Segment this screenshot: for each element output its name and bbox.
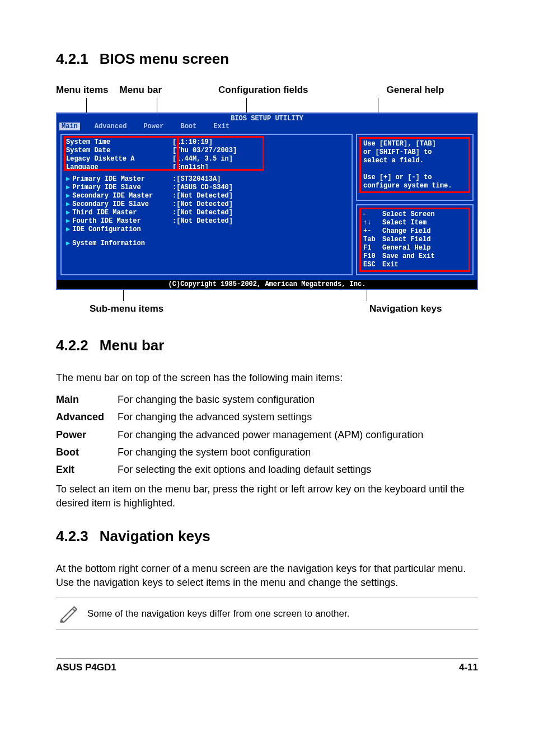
def-term: Main — [56, 393, 118, 407]
def-desc: For changing the advanced system setting… — [118, 410, 478, 424]
nav-desc: Exit — [382, 261, 399, 269]
nav-key: +- — [363, 227, 382, 236]
def-term: Boot — [56, 445, 118, 459]
section-title-text: Navigation keys — [100, 528, 210, 544]
bios-item-label[interactable]: Language — [66, 163, 172, 172]
highlight-general-help: Use [ENTER], [TAB] or [SHIFT-TAB] to sel… — [359, 137, 470, 193]
bios-submenu-item[interactable]: ▶Fourth IDE Master — [66, 217, 172, 226]
bios-submenu-item[interactable]: ▶Secondary IDE Slave — [66, 200, 172, 209]
bios-item-label[interactable]: System Time — [66, 138, 172, 147]
bios-item-label[interactable]: Legacy Diskette A — [66, 155, 172, 163]
note-box: Some of the navigation keys differ from … — [56, 598, 478, 630]
section-title-text: BIOS menu screen — [100, 50, 229, 67]
nav-desc: Select Screen — [382, 210, 435, 219]
bios-item-value[interactable]: [English] — [172, 163, 347, 172]
callout-row-bottom: Sub-menu items Navigation keys — [56, 303, 478, 314]
bios-submenu-item[interactable]: ▶IDE Configuration — [66, 226, 172, 234]
callout-general-help: General help — [353, 84, 478, 96]
bios-item-value: :[Not Detected] — [172, 217, 347, 226]
submenu-arrow-icon: ▶ — [66, 200, 70, 208]
bios-tab-boot[interactable]: Boot — [178, 123, 199, 130]
nav-key: F1 — [363, 244, 382, 252]
page-footer: ASUS P4GD1 4-11 — [56, 658, 478, 673]
section-heading-421: 4.2.1BIOS menu screen — [56, 50, 478, 68]
section-number: 4.2.2 — [56, 337, 88, 354]
bios-submenu-item[interactable]: ▶System Information — [66, 240, 347, 248]
def-desc: For selecting the exit options and loadi… — [118, 463, 478, 477]
bios-submenu-item[interactable]: ▶Third IDE Master — [66, 209, 172, 217]
bios-tab-exit[interactable]: Exit — [211, 123, 232, 130]
nav-key: F10 — [363, 252, 382, 261]
bios-item-value[interactable]: [11:10:19] — [172, 138, 347, 147]
bios-nav-keys: ←Select Screen ↑↓Select Item +-Change Fi… — [363, 210, 466, 269]
bios-menu-bar: Main Advanced Power Boot Exit — [57, 123, 477, 130]
bios-item-value: :[Not Detected] — [172, 200, 347, 209]
bios-submenu-item[interactable]: ▶Primary IDE Master — [66, 175, 172, 184]
section-title-text: Menu bar — [100, 337, 165, 354]
def-desc: For changing the basic system configurat… — [118, 393, 478, 407]
bios-item-value: :[ASUS CD-S340] — [172, 184, 347, 192]
submenu-arrow-icon: ▶ — [66, 209, 70, 217]
bios-submenu-item[interactable]: ▶Primary IDE Slave — [66, 184, 172, 192]
menubar-definitions: MainFor changing the basic system config… — [56, 393, 478, 477]
bios-submenu-item[interactable]: ▶Secondary IDE Master — [66, 192, 172, 200]
leader-lines-top — [56, 98, 478, 112]
def-desc: For changing the advanced power manageme… — [118, 428, 478, 442]
highlight-navigation-keys: ←Select Screen ↑↓Select Item +-Change Fi… — [359, 208, 470, 272]
nav-key: ↑↓ — [363, 219, 382, 227]
submenu-arrow-icon: ▶ — [66, 217, 70, 225]
bios-item-label[interactable]: System Date — [66, 147, 172, 155]
nav-desc: Select Field — [382, 236, 430, 244]
navkeys-paragraph: At the bottom right corner of a menu scr… — [56, 562, 478, 590]
nav-key: Tab — [363, 236, 382, 244]
bios-help-text: Use [ENTER], [TAB] or [SHIFT-TAB] to sel… — [363, 140, 466, 190]
nav-desc: Change Field — [382, 227, 430, 236]
submenu-arrow-icon: ▶ — [66, 240, 70, 247]
nav-key: ESC — [363, 261, 382, 269]
bios-title: BIOS SETUP UTILITY — [57, 114, 477, 123]
pencil-note-icon — [58, 603, 78, 625]
footer-right: 4-11 — [459, 662, 478, 673]
def-term: Advanced — [56, 410, 118, 424]
bios-item-value[interactable]: [Thu 03/27/2003] — [172, 147, 347, 155]
section-heading-423: 4.2.3Navigation keys — [56, 528, 478, 545]
nav-desc: Save and Exit — [382, 252, 435, 261]
footer-left: ASUS P4GD1 — [56, 662, 116, 673]
def-term: Exit — [56, 463, 118, 477]
callout-submenu-items: Sub-menu items — [90, 303, 257, 314]
callout-config-fields: Configuration fields — [218, 84, 353, 96]
submenu-arrow-icon: ▶ — [66, 226, 70, 233]
submenu-arrow-icon: ▶ — [66, 175, 70, 183]
note-text: Some of the navigation keys differ from … — [87, 608, 349, 619]
callout-menu-bar: Menu bar — [120, 84, 162, 96]
callout-row-top: Menu items Menu bar Configuration fields… — [56, 84, 478, 96]
bios-copyright: (C)Copyright 1985-2002, American Megatre… — [57, 280, 477, 289]
menubar-tip: To select an item on the menu bar, press… — [56, 482, 478, 510]
callout-menu-items: Menu items — [56, 84, 109, 96]
bios-tab-advanced[interactable]: Advanced — [92, 123, 129, 130]
bios-item-value: :[ST320413A] — [172, 175, 347, 184]
bios-item-value: :[Not Detected] — [172, 192, 347, 200]
section-number: 4.2.1 — [56, 50, 88, 67]
nav-desc: General Help — [382, 244, 430, 252]
menubar-intro: The menu bar on top of the screen has th… — [56, 371, 478, 385]
submenu-arrow-icon: ▶ — [66, 184, 70, 191]
submenu-arrow-icon: ▶ — [66, 192, 70, 200]
nav-desc: Select Item — [382, 219, 427, 227]
callout-navigation-keys: Navigation keys — [369, 303, 442, 314]
section-number: 4.2.3 — [56, 528, 88, 544]
bios-right-panel: Use [ENTER], [TAB] or [SHIFT-TAB] to sel… — [356, 134, 474, 275]
bios-item-value: :[Not Detected] — [172, 209, 347, 217]
bios-screenshot: BIOS SETUP UTILITY Main Advanced Power B… — [56, 112, 478, 290]
leader-lines-bottom — [56, 290, 478, 301]
nav-key: ← — [363, 210, 382, 219]
bios-left-panel: System Time System Date Legacy Diskette … — [60, 134, 353, 275]
bios-tab-main[interactable]: Main — [59, 123, 80, 130]
def-term: Power — [56, 428, 118, 442]
bios-item-value[interactable]: [1.44M, 3.5 in] — [172, 155, 347, 163]
def-desc: For changing the system boot configurati… — [118, 445, 478, 459]
section-heading-422: 4.2.2Menu bar — [56, 337, 478, 354]
bios-tab-power[interactable]: Power — [141, 123, 166, 130]
